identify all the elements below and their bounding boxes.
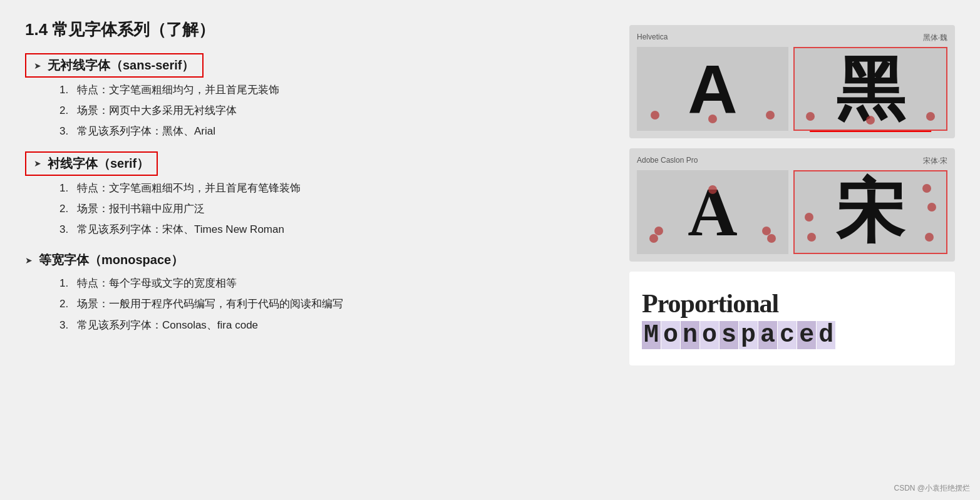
proportional-mono-demo: Proportional M o n o s p a c e d [629,272,955,365]
serif-dot [708,185,717,194]
mono-char: a [758,321,777,349]
arrow-icon-mono: ➤ [25,255,33,265]
serif-list: 1. 特点：文字笔画粗细不均，并且首尾有笔锋装饰 2. 场景：报刊书籍中应用广泛… [59,180,604,238]
serif-demo: Adobe Caslon Pro 宋体·宋 A 宋 [629,148,955,262]
mono-list: 1. 特点：每个字母或文字的宽度相等 2. 场景：一般用于程序代码编写，有利于代… [59,275,604,334]
section-title-mono: 等宽字体（monospace） [39,252,183,268]
mono-char: M [642,321,661,349]
mono-char: c [778,321,797,349]
list-item: 2. 场景：报刊书籍中应用广泛 [59,200,604,217]
serif-dot [866,116,875,125]
serif-dot [925,233,934,242]
mono-char: o [661,321,680,349]
section-sans-serif: ➤ 无衬线字体（sans-serif） 1. 特点：文字笔画粗细均匀，并且首尾无… [25,53,604,146]
mono-char: e [797,321,816,349]
sans-serif-demo: Helvetica 黑体·魏 A 黑 [629,25,955,138]
demo-labels-serif: Adobe Caslon Pro 宋体·宋 [637,156,947,166]
proportional-line: Proportional [642,288,942,319]
watermark: CSDN @小袁拒绝摆烂 [894,483,970,494]
sans-char-hei: 黑 [793,47,947,131]
serif-dot [766,111,775,120]
mono-char: s [720,321,738,349]
serif-dot [762,227,771,235]
arrow-icon-sans: ➤ [34,61,41,71]
serif-dot [927,203,936,212]
section-monospace: ➤ 等宽字体（monospace） 1. 特点：每个字母或文字的宽度相等 2. … [25,249,604,340]
monospaced-line: M o n o s p a c e d [642,321,942,349]
demo-chars-sans: A 黑 [637,47,947,131]
serif-dot [649,234,658,243]
serif-dot [654,227,663,235]
red-underline [810,131,931,132]
main-content: 1.4 常见字体系列（了解） ➤ 无衬线字体（sans-serif） 1. 特点… [0,0,980,500]
serif-dot [807,233,816,242]
list-item: 1. 特点：文字笔画粗细不均，并且首尾有笔锋装饰 [59,180,604,196]
char-song: 宋 [836,178,905,247]
demo-labels-sans: Helvetica 黑体·魏 [637,33,947,43]
mono-char: n [681,321,699,349]
proportional-text: Proportional [642,288,778,319]
list-item: 3. 常见该系列字体：黑体、Arial [59,123,604,140]
mono-char: d [817,321,835,349]
page-title: 1.4 常见字体系列（了解） [25,19,604,41]
letter-a-sans: A [688,54,737,123]
section-title-serif: 衬线字体（serif） [48,155,149,172]
serif-dot [651,111,659,120]
list-item: 3. 常见该系列字体：宋体、Times New Roman [59,221,604,238]
sans-list: 1. 特点：文字笔画粗细均匀，并且首尾无装饰 2. 场景：网页中大多采用无衬线字… [59,81,604,140]
list-item: 2. 场景：一般用于程序代码编写，有利于代码的阅读和编写 [59,295,604,312]
serif-dot [805,213,813,222]
section-title-sans: 无衬线字体（sans-serif） [48,57,195,74]
list-item: 3. 常见该系列字体：Consolas、fira code [59,317,604,334]
arrow-icon-serif: ➤ [34,158,41,168]
mono-char: o [700,321,719,349]
serif-dot [767,234,776,243]
serif-char-a: A [637,170,788,254]
demo-chars-serif: A 宋 [637,170,947,254]
char-hei: 黑 [836,54,905,123]
serif-dot [926,112,935,121]
section-serif: ➤ 衬线字体（serif） 1. 特点：文字笔画粗细不均，并且首尾有笔锋装饰 2… [25,151,604,245]
serif-dot [806,112,815,121]
list-item: 1. 特点：文字笔画粗细均匀，并且首尾无装饰 [59,81,604,98]
list-item: 2. 场景：网页中大多采用无衬线字体 [59,102,604,119]
serif-char-song: 宋 [793,170,947,254]
sans-char-a: A [637,47,788,131]
left-panel: 1.4 常见字体系列（了解） ➤ 无衬线字体（sans-serif） 1. 特点… [25,19,604,481]
right-panel: Helvetica 黑体·魏 A 黑 [629,19,955,481]
list-item: 1. 特点：每个字母或文字的宽度相等 [59,275,604,292]
serif-dot [708,115,717,123]
mono-char: p [739,321,758,349]
serif-dot [922,184,931,193]
